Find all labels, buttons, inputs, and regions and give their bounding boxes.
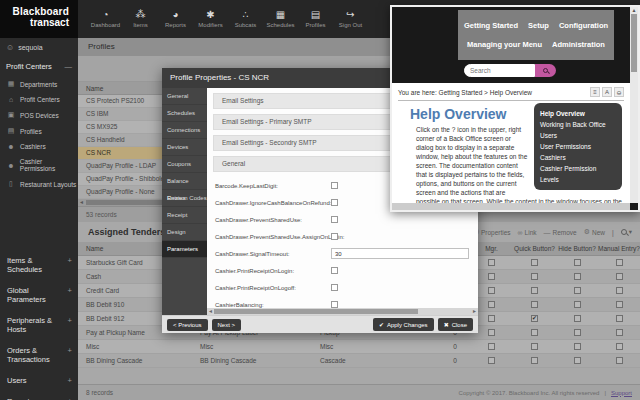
sidebar-item-cashiers[interactable]: ☻ Cashiers bbox=[0, 139, 78, 154]
manual-entry-checkbox[interactable] bbox=[616, 259, 623, 266]
sidebar-section-orders-transactions[interactable]: Orders & Transactions + bbox=[0, 340, 78, 370]
checkbox[interactable] bbox=[331, 267, 338, 274]
checkbox[interactable] bbox=[331, 216, 338, 223]
apply-changes-button[interactable]: ✔ Apply Changes bbox=[373, 318, 434, 331]
nav-schedules[interactable]: ▦ Schedules bbox=[263, 0, 298, 38]
sidebar-section-users[interactable]: Users + bbox=[0, 370, 78, 391]
hide-button-checkbox[interactable] bbox=[574, 357, 581, 364]
quick-button-checkbox[interactable] bbox=[531, 357, 538, 364]
new-button[interactable]: ⚙ New bbox=[584, 228, 605, 236]
nav-items[interactable]: ⁂ Items bbox=[123, 0, 158, 38]
support-link[interactable]: Support bbox=[611, 390, 632, 396]
close-button[interactable]: ✖ Close bbox=[438, 318, 473, 331]
hide-button-checkbox[interactable] bbox=[574, 287, 581, 294]
manual-entry-checkbox[interactable] bbox=[616, 343, 623, 350]
help-search-input[interactable] bbox=[464, 64, 535, 77]
nav-reports[interactable]: ◕ Reports bbox=[158, 0, 193, 38]
nav-sign-out[interactable]: ↪ Sign Out bbox=[333, 0, 368, 38]
checkbox[interactable] bbox=[331, 284, 338, 291]
sidebar-item-profit-centers[interactable]: ⌂ Profit Centers bbox=[0, 92, 78, 107]
mgr-approval-checkbox[interactable] bbox=[488, 329, 495, 336]
help-nav-administration[interactable]: Administration bbox=[552, 40, 605, 49]
help-nav-managing-menu[interactable]: Managing your Menu bbox=[467, 40, 542, 49]
scrollbar-thumb[interactable] bbox=[631, 14, 637, 72]
scroll-right-icon[interactable]: ► bbox=[472, 308, 477, 315]
toc-icon[interactable]: ≡ bbox=[590, 87, 600, 97]
mgr-approval-checkbox[interactable] bbox=[488, 357, 495, 364]
nav-subcats[interactable]: ∴ Subcats bbox=[228, 0, 263, 38]
sidebar-section-peripherals-hosts[interactable]: Peripherals & Hosts + bbox=[0, 310, 78, 340]
hide-button-checkbox[interactable] bbox=[574, 301, 581, 308]
help-nav-setup[interactable]: Setup bbox=[528, 21, 549, 30]
quick-button-checkbox-checked[interactable]: ✔ bbox=[531, 315, 538, 322]
tab-general[interactable]: General bbox=[162, 88, 207, 105]
tab-balance-entries[interactable]: Balance Entries bbox=[162, 173, 207, 190]
mgr-approval-checkbox[interactable] bbox=[488, 273, 495, 280]
sidebar-section-items-schedules[interactable]: Items & Schedules + bbox=[0, 250, 78, 280]
nav-dashboard[interactable]: ◔ Dashboard bbox=[88, 0, 123, 38]
manual-entry-checkbox[interactable] bbox=[616, 329, 623, 336]
topic-help-overview[interactable]: Help Overview bbox=[540, 108, 616, 119]
tab-schedules[interactable]: Schedules bbox=[162, 105, 207, 122]
manual-entry-checkbox[interactable] bbox=[616, 357, 623, 364]
link-button[interactable]: ∞ Link bbox=[518, 229, 537, 236]
quick-button-checkbox[interactable] bbox=[531, 343, 538, 350]
manual-entry-checkbox[interactable] bbox=[616, 287, 623, 294]
tab-design[interactable]: Design bbox=[162, 224, 207, 241]
tender-row[interactable]: Misc Misc Misc 0 bbox=[78, 340, 640, 354]
sidebar-group-profit-centers[interactable]: Profit Centers — bbox=[0, 56, 78, 76]
quick-button-checkbox[interactable] bbox=[531, 259, 538, 266]
sidebar-item-cashier-permissions[interactable]: ☻ Cashier Permissions bbox=[0, 154, 78, 176]
tab-receipt[interactable]: Receipt bbox=[162, 207, 207, 224]
tab-reason-codes[interactable]: Reason Codes bbox=[162, 190, 207, 207]
mgr-approval-checkbox[interactable] bbox=[488, 287, 495, 294]
quick-button-checkbox[interactable] bbox=[531, 287, 538, 294]
topic-cashier-permission-levels[interactable]: Cashier Permission Levels bbox=[540, 163, 616, 185]
sidebar-item-pos-devices[interactable]: ▣ POS Devices bbox=[0, 107, 78, 123]
help-nav-getting-started[interactable]: Getting Started bbox=[464, 21, 518, 30]
help-vertical-scrollbar[interactable]: ▲ bbox=[630, 7, 638, 203]
sidebar-item-restaurant-layouts[interactable]: ▯ Restaurant Layouts bbox=[0, 176, 78, 192]
scroll-left-icon[interactable]: ◄ bbox=[79, 199, 84, 206]
checkbox[interactable] bbox=[331, 301, 338, 308]
mgr-approval-checkbox[interactable] bbox=[488, 259, 495, 266]
tab-connections[interactable]: Connections bbox=[162, 122, 207, 139]
topic-cashiers[interactable]: Cashiers bbox=[540, 152, 616, 163]
checkbox[interactable] bbox=[331, 182, 338, 189]
hide-button-checkbox[interactable] bbox=[574, 343, 581, 350]
scroll-left-icon[interactable]: ◄ bbox=[208, 308, 213, 315]
hide-button-checkbox[interactable] bbox=[574, 315, 581, 322]
font-size-icon[interactable]: A bbox=[602, 87, 612, 97]
mgr-approval-checkbox[interactable] bbox=[488, 343, 495, 350]
hide-button-checkbox[interactable] bbox=[574, 259, 581, 266]
tab-devices[interactable]: Devices bbox=[162, 139, 207, 156]
print-icon[interactable]: ⊖ bbox=[614, 87, 624, 97]
topic-users[interactable]: Users bbox=[540, 130, 616, 141]
quick-button-checkbox[interactable] bbox=[531, 273, 538, 280]
nav-profiles[interactable]: ▤ Profiles bbox=[298, 0, 333, 38]
quick-button-checkbox[interactable] bbox=[531, 301, 538, 308]
next-button[interactable]: Next > bbox=[212, 319, 242, 331]
scroll-up-icon[interactable]: ▲ bbox=[630, 7, 638, 13]
hide-button-checkbox[interactable] bbox=[574, 329, 581, 336]
tab-coupons[interactable]: Coupons bbox=[162, 156, 207, 173]
hide-button-checkbox[interactable] bbox=[574, 273, 581, 280]
manual-entry-checkbox[interactable] bbox=[616, 301, 623, 308]
sidebar-section-global-parameters[interactable]: Global Parameters + bbox=[0, 280, 78, 310]
signal-timeout-input[interactable] bbox=[331, 248, 469, 259]
checkbox[interactable] bbox=[331, 199, 338, 206]
checkbox[interactable] bbox=[331, 233, 338, 240]
modal-horizontal-scrollbar[interactable]: ◄ ► bbox=[207, 308, 478, 315]
nav-modifiers[interactable]: ✱ Modifiers bbox=[193, 0, 228, 38]
quick-button-checkbox[interactable] bbox=[531, 329, 538, 336]
topic-user-permissions[interactable]: User Permissions bbox=[540, 141, 616, 152]
previous-button[interactable]: < Previous bbox=[167, 319, 208, 331]
tender-row[interactable]: BB Dining Cascade BB Dining Cascade Casc… bbox=[78, 354, 640, 368]
help-nav-configuration[interactable]: Configuration bbox=[559, 21, 608, 30]
manual-entry-checkbox[interactable] bbox=[616, 273, 623, 280]
tab-parameters[interactable]: Parameters bbox=[162, 241, 207, 258]
topic-working-in-back-office[interactable]: Working in Back Office bbox=[540, 119, 616, 130]
sidebar-section-reports[interactable]: Reports + bbox=[0, 391, 78, 400]
help-search-button[interactable] bbox=[535, 64, 556, 77]
remove-button[interactable]: — Remove bbox=[544, 229, 577, 236]
